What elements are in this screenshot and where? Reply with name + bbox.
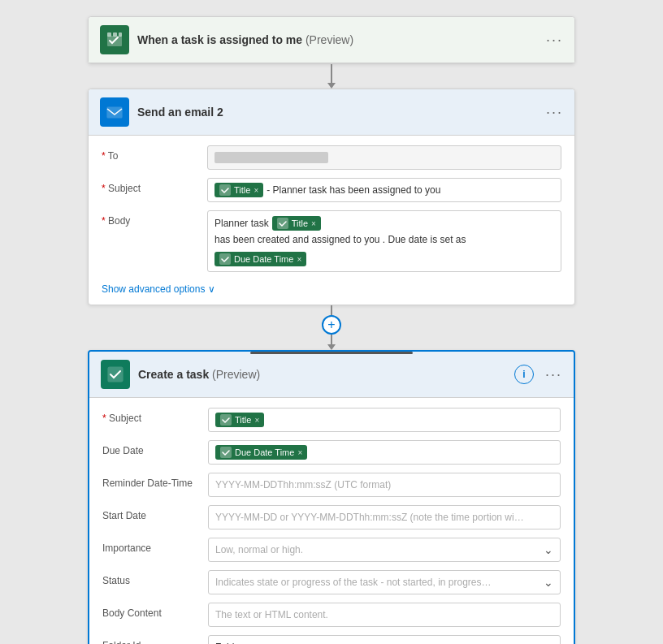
- task-folder-id-label: Folder Id: [102, 635, 200, 644]
- line-bottom: [331, 335, 332, 344]
- send-email-menu-button[interactable]: ···: [546, 104, 563, 121]
- task-importance-row: Importance Low, normal or high. ⌄: [102, 538, 561, 562]
- svg-rect-2: [113, 32, 117, 37]
- trigger-card-header: When a task is assigned to me (Preview) …: [89, 17, 574, 63]
- trigger-menu-button[interactable]: ···: [546, 32, 563, 49]
- importance-chevron-icon: ⌄: [544, 543, 553, 556]
- subject-title-tag: Title ×: [214, 183, 263, 197]
- task-subject-input[interactable]: Title ×: [208, 408, 561, 432]
- trigger-title: When a task is assigned to me (Preview): [137, 33, 538, 46]
- task-subject-label: Subject: [102, 408, 200, 424]
- body-tag-icon-2: [219, 253, 231, 265]
- create-task-header: Create a task (Preview) i ···: [89, 352, 574, 398]
- task-reminder-placeholder: YYYY-MM-DDThh:mm:ssZ (UTC format): [215, 479, 391, 491]
- svg-rect-4: [107, 107, 122, 118]
- task-reminder-input[interactable]: YYYY-MM-DDThh:mm:ssZ (UTC format): [208, 473, 561, 497]
- add-step-button-1[interactable]: +: [322, 315, 341, 335]
- task-start-date-input[interactable]: YYYY-MM-DD or YYYY-MM-DDThh:mm:ssZ (note…: [208, 505, 561, 529]
- task-status-select[interactable]: Indicates state or progress of the task …: [208, 570, 561, 594]
- send-email-header: Send an email 2 ···: [89, 89, 574, 136]
- task-status-placeholder: Indicates state or progress of the task …: [215, 577, 492, 588]
- task-subject-row: Subject Title ×: [102, 408, 561, 432]
- task-folder-id-row: Folder Id Folder ⌄: [102, 635, 561, 644]
- to-field-row: To: [102, 145, 561, 170]
- to-input[interactable]: [207, 145, 561, 170]
- body-title-tag: Title ×: [272, 216, 321, 231]
- send-email-title: Send an email 2: [137, 106, 538, 119]
- subject-label: Subject: [102, 178, 199, 194]
- trigger-card: When a task is assigned to me (Preview) …: [88, 16, 575, 64]
- task-due-date-tag: Due Date Time ×: [215, 445, 307, 460]
- create-task-body: Subject Title × Due Date: [89, 398, 574, 644]
- email-icon: [100, 97, 129, 127]
- task-body-content-placeholder: The text or HTML content.: [215, 609, 328, 620]
- create-task-info-button[interactable]: i: [514, 365, 534, 384]
- task-tag-icon-2: [220, 447, 232, 458]
- progress-bar: [250, 352, 413, 354]
- task-tag-icon-1: [220, 414, 232, 426]
- svg-rect-3: [119, 32, 122, 37]
- tag-icon: [219, 184, 231, 196]
- body-tag1-close[interactable]: ×: [311, 219, 316, 228]
- connector-1: [327, 64, 336, 89]
- task-reminder-row: Reminder Date-Time YYYY-MM-DDThh:mm:ssZ …: [102, 473, 561, 497]
- task-due-date-input[interactable]: Due Date Time ×: [208, 440, 561, 465]
- create-task-menu-button[interactable]: ···: [545, 366, 562, 383]
- svg-rect-1: [107, 32, 111, 37]
- task-start-date-row: Start Date YYYY-MM-DD or YYYY-MM-DDThh:m…: [102, 505, 561, 529]
- create-task-icon: [101, 360, 130, 389]
- task-due-date-label: Due Date: [102, 440, 200, 456]
- create-task-card: Create a task (Preview) i ··· Subject: [88, 350, 575, 644]
- task-status-row: Status Indicates state or progress of th…: [102, 570, 561, 594]
- subject-text: - Planner task has been assigned to you: [266, 184, 440, 196]
- body-prefix: Planner task: [214, 218, 269, 229]
- task-subject-tag-close[interactable]: ×: [254, 416, 259, 425]
- flow-container: When a task is assigned to me (Preview) …: [49, 16, 614, 644]
- to-label: To: [102, 145, 199, 162]
- subject-tag-close[interactable]: ×: [254, 186, 258, 195]
- send-email-show-advanced[interactable]: Show advanced options ∨: [102, 283, 215, 295]
- body-field-row: Body Planner task Title ×: [102, 210, 561, 272]
- connector-plus-1: +: [322, 305, 341, 350]
- task-due-date-row: Due Date Due Date Time ×: [102, 440, 561, 465]
- chevron-down-icon: ∨: [208, 283, 215, 295]
- body-label: Body: [102, 210, 199, 227]
- arrow-head: [327, 83, 336, 89]
- task-subject-tag: Title ×: [215, 413, 264, 427]
- task-body-content-label: Body Content: [102, 603, 200, 619]
- to-value-blurred: [214, 152, 328, 163]
- body-tag2-close[interactable]: ×: [297, 255, 301, 264]
- task-start-date-placeholder: YYYY-MM-DD or YYYY-MM-DDThh:mm:ssZ (note…: [215, 512, 524, 523]
- subject-field-row: Subject Title × - Planner task has been …: [102, 178, 561, 202]
- task-due-date-tag-close[interactable]: ×: [297, 448, 302, 457]
- trigger-icon: [100, 25, 129, 54]
- task-start-date-label: Start Date: [102, 505, 200, 521]
- line-top: [331, 305, 332, 315]
- task-reminder-label: Reminder Date-Time: [102, 473, 200, 489]
- body-input[interactable]: Planner task Title × has been created an…: [207, 210, 561, 272]
- task-status-label: Status: [102, 570, 200, 586]
- body-mid-text: has been created and assigned to you . D…: [214, 234, 466, 245]
- task-importance-select[interactable]: Low, normal or high. ⌄: [208, 538, 561, 562]
- body-due-date-tag: Due Date Time ×: [214, 252, 306, 266]
- task-body-content-input[interactable]: The text or HTML content.: [208, 603, 561, 627]
- send-email-card: Send an email 2 ··· To Subject: [88, 89, 575, 305]
- connector-line: [331, 64, 332, 83]
- task-importance-label: Importance: [102, 538, 200, 554]
- folder-id-chevron-icon: ⌄: [544, 641, 553, 644]
- task-body-content-row: Body Content The text or HTML content.: [102, 603, 561, 627]
- subject-input[interactable]: Title × - Planner task has been assigned…: [207, 178, 561, 202]
- arrow-head-2: [327, 344, 336, 350]
- status-chevron-icon: ⌄: [544, 576, 553, 589]
- create-task-title: Create a task (Preview): [138, 368, 506, 381]
- task-importance-placeholder: Low, normal or high.: [215, 544, 303, 555]
- send-email-body: To Subject Title ×: [89, 136, 574, 305]
- body-tag-icon-1: [277, 218, 288, 229]
- task-folder-id-select[interactable]: Folder ⌄: [208, 635, 561, 644]
